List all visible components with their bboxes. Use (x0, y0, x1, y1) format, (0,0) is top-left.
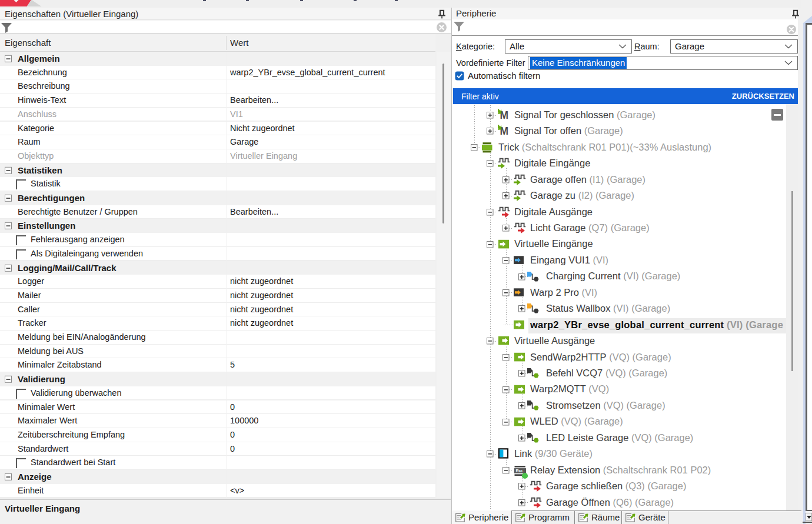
svg-text:REL: REL (516, 468, 524, 473)
